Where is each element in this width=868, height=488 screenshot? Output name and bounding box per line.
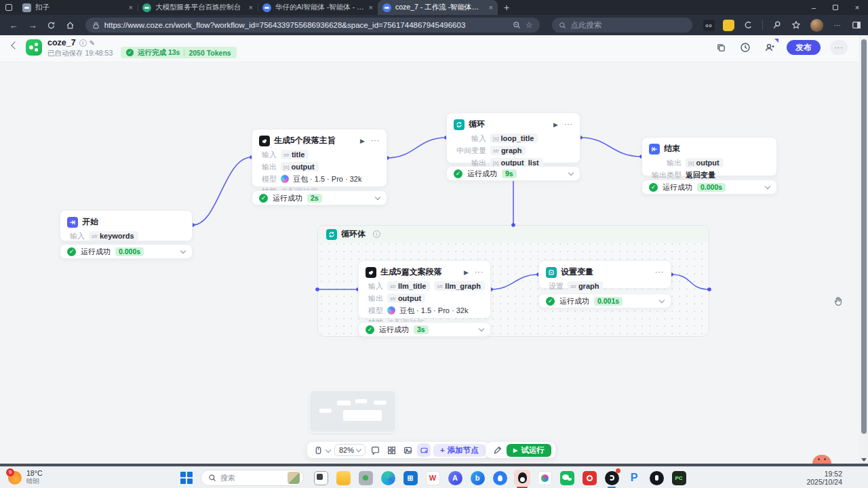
node-more-icon[interactable]: ··· bbox=[371, 137, 380, 144]
pointer-mode-icon[interactable] bbox=[311, 443, 325, 457]
chevron-down-icon[interactable] bbox=[375, 194, 380, 199]
run-node-icon[interactable]: ▶ bbox=[464, 269, 469, 276]
chevron-down-icon[interactable] bbox=[765, 183, 770, 188]
forward-button[interactable]: → bbox=[24, 17, 41, 33]
node-gen-paragraphs[interactable]: 生成5篇文案段落 ▶··· 输入 strllm_title strllm_gra… bbox=[358, 260, 491, 319]
node-more-icon[interactable]: ··· bbox=[564, 121, 573, 128]
node-end[interactable]: 结束 输出 [s]output 输出类型 返回变量 bbox=[642, 137, 777, 176]
run-complete-badge[interactable]: ✓ 运行完成 13s 2050 Tokens bbox=[121, 47, 237, 58]
mascot-easter-egg[interactable] bbox=[812, 455, 831, 464]
node-more-icon[interactable]: ··· bbox=[655, 268, 664, 276]
test-run-button[interactable]: ▶ 试运行 bbox=[507, 444, 551, 457]
file-explorer-icon[interactable] bbox=[335, 470, 351, 486]
toolbar-search-box[interactable] bbox=[552, 18, 692, 33]
scrollbar-thumb[interactable] bbox=[861, 39, 867, 434]
snapshot-icon[interactable] bbox=[401, 443, 414, 457]
start-button[interactable] bbox=[180, 472, 193, 484]
tab-ai-agent[interactable]: 华仔的AI智能体 -智能体 - 扣子 × bbox=[258, 0, 378, 15]
publish-button[interactable]: 发布 bbox=[787, 40, 821, 55]
profile-avatar[interactable] bbox=[810, 19, 823, 32]
pc-manager-icon[interactable]: PC bbox=[671, 470, 687, 486]
edit-title-icon[interactable]: ✎ bbox=[90, 39, 95, 47]
red-media-app-icon[interactable] bbox=[581, 470, 597, 486]
node-loop-status[interactable]: ✓ 运行成功 9s bbox=[446, 166, 580, 181]
optimize-pen-icon[interactable] bbox=[490, 443, 504, 457]
collaborators-icon[interactable] bbox=[762, 40, 777, 55]
tab-search-icon[interactable] bbox=[0, 0, 18, 15]
url-field[interactable]: https://www.coze.cn/work_flow?workflow_i… bbox=[85, 18, 540, 33]
node-gen-outline-status[interactable]: ✓ 运行成功 2s bbox=[252, 190, 387, 205]
qq-icon[interactable] bbox=[514, 470, 530, 486]
node-end-status[interactable]: ✓ 运行成功 0.000s bbox=[642, 180, 777, 195]
chevron-down-icon[interactable] bbox=[659, 297, 665, 302]
scrollbar-down-arrow[interactable] bbox=[861, 458, 867, 462]
obs-icon[interactable] bbox=[604, 470, 620, 486]
auto-layout-icon[interactable] bbox=[384, 443, 398, 457]
node-more-icon[interactable]: ··· bbox=[475, 268, 484, 276]
tab-close-icon[interactable]: × bbox=[369, 3, 373, 12]
tab-close-icon[interactable]: × bbox=[129, 3, 133, 12]
taskbar-clock[interactable]: 19:52 2025/10/24 bbox=[806, 470, 842, 486]
browser-menu-icon[interactable]: ··· bbox=[831, 20, 843, 31]
dark-circle-app-icon[interactable] bbox=[648, 470, 665, 486]
adblock-extension-icon[interactable]: oo bbox=[703, 20, 715, 31]
page-scrollbar[interactable] bbox=[859, 35, 868, 464]
wechat-icon[interactable] bbox=[559, 470, 575, 486]
chevron-down-icon[interactable] bbox=[568, 169, 574, 175]
node-start[interactable]: 开始 输入 strkeywords bbox=[60, 210, 193, 241]
zoom-select[interactable]: 82% bbox=[334, 444, 366, 456]
frame-select-icon[interactable] bbox=[417, 443, 431, 457]
home-button[interactable] bbox=[62, 17, 79, 33]
taskbar-weather-widget[interactable]: 9 18°C 晴朗 bbox=[8, 469, 42, 486]
chevron-down-icon[interactable] bbox=[180, 247, 186, 253]
taskbar-search-box[interactable] bbox=[201, 470, 304, 486]
tencent-docs-icon[interactable] bbox=[536, 470, 553, 486]
task-view-icon[interactable] bbox=[313, 470, 329, 486]
microsoft-store-icon[interactable]: ⊞ bbox=[402, 470, 418, 486]
tab-kouzi[interactable]: 扣子 × bbox=[18, 0, 138, 15]
tab-bailian-console[interactable]: 大模型服务平台百炼控制台 × bbox=[138, 0, 258, 15]
node-loop[interactable]: 循环 ▶··· 输入 [s]loop_title 中间变量 strgraph 输… bbox=[446, 113, 580, 163]
info-icon[interactable]: i bbox=[79, 39, 87, 47]
close-button[interactable]: × bbox=[846, 0, 868, 15]
add-node-button[interactable]: + 添加节点 bbox=[433, 444, 486, 457]
p-app-icon[interactable]: P bbox=[626, 470, 642, 486]
extensions-puzzle-icon[interactable] bbox=[771, 20, 783, 31]
node-start-status[interactable]: ✓ 运行成功 0.000s bbox=[60, 244, 193, 259]
restore-button[interactable] bbox=[825, 0, 846, 15]
minimize-button[interactable]: – bbox=[803, 0, 825, 15]
comment-icon[interactable] bbox=[368, 443, 382, 457]
taskbar-search-input[interactable] bbox=[220, 474, 280, 482]
tab-close-icon[interactable]: × bbox=[489, 3, 493, 12]
cloud-drive-icon[interactable] bbox=[492, 470, 508, 486]
node-set-variable-status[interactable]: ✓ 运行成功 0.001s bbox=[538, 293, 671, 308]
favorite-star-icon[interactable]: ☆ bbox=[526, 20, 533, 30]
sidebar-toggle-icon[interactable] bbox=[851, 20, 863, 31]
url-text[interactable]: https://www.coze.cn/work_flow?workflow_i… bbox=[104, 21, 508, 29]
quark-browser-icon[interactable]: A bbox=[447, 470, 463, 486]
bing-icon[interactable]: b bbox=[469, 470, 486, 486]
node-gen-outline[interactable]: 生成5个段落主旨 ▶··· 输入 strtitle 输出 [s]output 模… bbox=[252, 129, 387, 187]
back-button[interactable]: ← bbox=[5, 17, 22, 33]
refresh-button[interactable] bbox=[43, 17, 60, 33]
header-more-button[interactable]: ··· bbox=[830, 40, 848, 55]
tab-close-icon[interactable]: × bbox=[249, 3, 253, 12]
run-node-icon[interactable]: ▶ bbox=[360, 138, 365, 144]
new-tab-button[interactable]: + bbox=[498, 2, 515, 13]
chevron-down-icon[interactable] bbox=[479, 325, 484, 331]
ring-extension-icon[interactable] bbox=[743, 20, 754, 31]
node-gen-paragraphs-status[interactable]: ✓ 运行成功 3s bbox=[358, 322, 491, 337]
search-input[interactable] bbox=[571, 21, 659, 29]
node-set-variable[interactable]: 设置变量 ··· 设置 strgraph bbox=[538, 260, 671, 289]
zoom-indicator-icon[interactable] bbox=[513, 21, 521, 29]
yellow-extension-icon[interactable] bbox=[723, 20, 734, 31]
chevron-down-icon[interactable] bbox=[326, 447, 331, 453]
tab-coze7-workflow[interactable]: coze_7 - 工作流 -智能体平台 × bbox=[378, 0, 498, 15]
history-icon[interactable] bbox=[738, 40, 753, 55]
duplicate-icon[interactable] bbox=[713, 40, 728, 55]
run-node-icon[interactable]: ▶ bbox=[553, 121, 558, 128]
search-highlight-thumbnail[interactable] bbox=[288, 472, 300, 484]
collections-star-icon[interactable] bbox=[791, 20, 802, 31]
edge-icon[interactable] bbox=[380, 470, 396, 486]
device-manager-icon[interactable] bbox=[357, 470, 374, 486]
